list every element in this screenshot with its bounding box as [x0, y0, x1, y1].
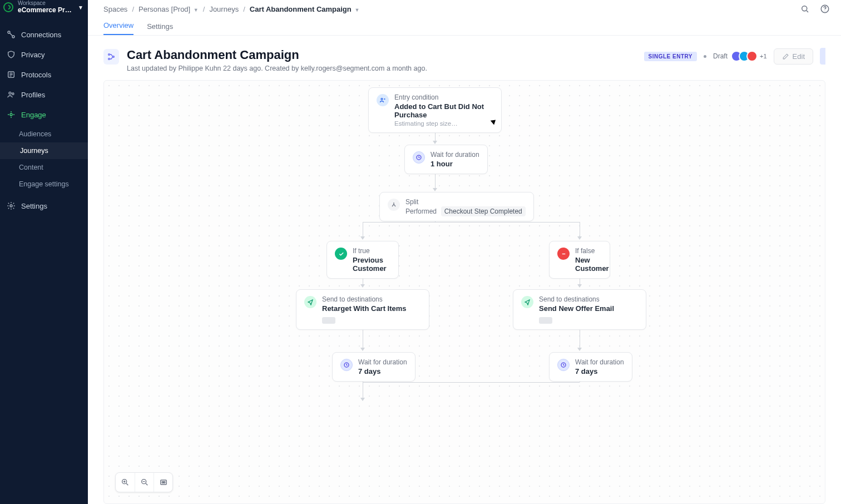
- node-dest-retarget[interactable]: Send to destinations Retarget With Cart …: [296, 289, 429, 330]
- node-label: Split: [405, 198, 526, 206]
- primary-nav: Connections Privacy Protocols Profiles E…: [0, 17, 88, 216]
- svg-point-5: [10, 113, 12, 116]
- clock-icon: [340, 359, 353, 371]
- journey-icon: [103, 49, 119, 65]
- arrow-icon: [360, 284, 365, 288]
- node-label: If true: [353, 247, 390, 255]
- destination-chip: [322, 317, 335, 324]
- avatar-more: +1: [760, 53, 767, 60]
- avatar: [746, 51, 758, 62]
- nav-settings[interactable]: Settings: [0, 196, 88, 216]
- node-title: 7 days: [575, 367, 624, 375]
- node-title: 1 hour: [431, 160, 479, 168]
- nav-protocols[interactable]: Protocols: [0, 65, 88, 85]
- nav-label: Settings: [21, 202, 47, 210]
- node-dest-new-offer[interactable]: Send to destinations Send New Offer Emai…: [513, 289, 646, 330]
- workspace-label: Workspace: [18, 0, 73, 7]
- node-performed: Performed: [405, 207, 437, 215]
- arrow-icon: [360, 398, 365, 401]
- svg-point-4: [12, 93, 14, 95]
- svg-point-11: [108, 58, 110, 60]
- subnav-audiences[interactable]: Audiences: [0, 126, 88, 142]
- node-label: Wait for duration: [358, 358, 407, 366]
- node-label: Wait for duration: [575, 358, 624, 366]
- connector: [363, 327, 363, 349]
- zoom-in-button[interactable]: [116, 473, 135, 492]
- node-branch-false[interactable]: If false New Customer: [549, 241, 610, 279]
- node-entry-condition[interactable]: Entry condition Added to Cart But Did No…: [368, 87, 502, 133]
- tab-overview[interactable]: Overview: [103, 21, 133, 35]
- connections-icon: [7, 30, 16, 39]
- subnav-engage-settings[interactable]: Engage settings: [0, 176, 88, 192]
- node-title: Added to Cart But Did Not Purchase: [394, 102, 493, 119]
- svg-point-10: [108, 54, 110, 56]
- search-icon[interactable]: [800, 4, 810, 14]
- caret-down-icon: ▼: [194, 7, 199, 13]
- arrow-icon: [577, 284, 582, 288]
- nav-label: Privacy: [21, 51, 45, 59]
- clock-icon: [557, 359, 570, 371]
- subnav-content[interactable]: Content: [0, 159, 88, 176]
- svg-point-9: [824, 11, 825, 11]
- node-wait-7d-right[interactable]: Wait for duration 7 days: [549, 352, 632, 382]
- primary-action-stub[interactable]: [820, 48, 825, 65]
- arrow-icon: [360, 348, 365, 351]
- nav-label: Profiles: [21, 91, 45, 99]
- journey-header: Cart Abandonment Campaign Last updated b…: [88, 36, 841, 80]
- crumb-personas[interactable]: Personas [Prod] ▼: [138, 5, 199, 13]
- check-icon: [335, 248, 347, 260]
- status-label: Draft: [713, 52, 728, 60]
- node-label: Send to destinations: [322, 295, 407, 303]
- connector: [363, 222, 580, 223]
- node-title: Send New Offer Email: [539, 304, 614, 313]
- node-sub: Estimating step size…: [394, 120, 493, 127]
- node-wait-7d-left[interactable]: Wait for duration 7 days: [332, 352, 415, 382]
- connector: [580, 222, 580, 238]
- segment-logo-icon: [3, 2, 13, 12]
- nav-profiles[interactable]: Profiles: [0, 85, 88, 105]
- node-title: Previous Customer: [353, 256, 390, 273]
- workspace-name: eCommerce Pristi…: [18, 7, 73, 14]
- subnav-journeys[interactable]: Journeys: [0, 142, 88, 159]
- node-title: Retarget With Cart Items: [322, 304, 407, 313]
- gear-icon: [7, 201, 16, 210]
- node-label: Wait for duration: [431, 151, 479, 159]
- caret-down-icon: ▼: [78, 4, 83, 11]
- node-label: Send to destinations: [539, 295, 614, 303]
- main: Spaces / Personas [Prod] ▼ / Journeys / …: [88, 0, 841, 504]
- engage-subnav: Audiences Journeys Content Engage settin…: [0, 125, 88, 196]
- pencil-icon: [782, 53, 789, 60]
- svg-point-6: [10, 205, 12, 207]
- zoom-out-button[interactable]: [135, 473, 154, 492]
- svg-point-13: [381, 98, 383, 100]
- connector: [363, 382, 363, 399]
- crumb-spaces[interactable]: Spaces: [103, 5, 127, 13]
- tab-settings[interactable]: Settings: [147, 22, 173, 35]
- crumb-journeys[interactable]: Journeys: [209, 5, 239, 13]
- arrow-icon: [577, 348, 582, 351]
- crumb-sep: /: [243, 5, 245, 13]
- crumb-sep: /: [203, 5, 205, 13]
- edit-button[interactable]: Edit: [774, 48, 813, 65]
- svg-point-0: [8, 31, 10, 33]
- help-icon[interactable]: [820, 4, 830, 14]
- arrow-icon: [577, 236, 582, 240]
- collaborator-avatars[interactable]: +1: [734, 51, 767, 62]
- nav-label: Connections: [21, 31, 61, 39]
- svg-point-3: [9, 92, 11, 94]
- node-label: Entry condition: [394, 93, 493, 101]
- destination-chip: [539, 317, 552, 324]
- node-wait-1h[interactable]: Wait for duration 1 hour: [404, 145, 488, 174]
- node-branch-true[interactable]: If true Previous Customer: [326, 241, 399, 279]
- page-title: Cart Abandonment Campaign: [127, 48, 636, 62]
- node-split[interactable]: Split Performed Checkout Step Completed: [379, 192, 534, 221]
- journey-canvas[interactable]: Entry condition Added to Cart But Did No…: [103, 80, 825, 504]
- nav-privacy[interactable]: Privacy: [0, 45, 88, 65]
- nav-engage[interactable]: Engage: [0, 105, 88, 125]
- nav-connections[interactable]: Connections: [0, 24, 88, 45]
- node-title: 7 days: [358, 367, 407, 375]
- nav-label: Protocols: [21, 71, 51, 79]
- workspace-switcher[interactable]: Workspace eCommerce Pristi… ▼: [0, 0, 88, 17]
- fit-view-button[interactable]: [154, 473, 172, 492]
- crumb-current[interactable]: Cart Abandonment Campaign ▼: [250, 5, 360, 13]
